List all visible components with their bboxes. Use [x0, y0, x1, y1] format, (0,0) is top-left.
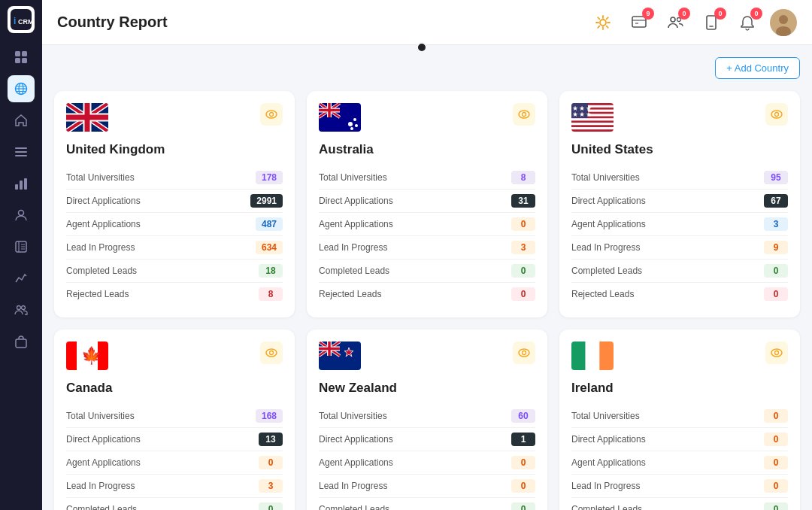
country-card-ca: 🍁 Canada Total Universities 168 Direct A…	[54, 329, 295, 510]
stat-label: Direct Applications	[66, 434, 141, 445]
stat-value: 67	[764, 194, 788, 208]
view-button[interactable]	[765, 342, 788, 364]
svg-text:CRM: CRM	[18, 18, 32, 26]
svg-line-32	[598, 17, 599, 19]
svg-point-89	[771, 111, 782, 118]
country-flag	[66, 103, 108, 135]
svg-text:★★★: ★★★	[572, 105, 592, 112]
countries-grid: United Kingdom Total Universities 178 Di…	[54, 91, 800, 510]
stat-row: Agent Applications 3	[571, 213, 788, 236]
stat-value: 0	[511, 456, 535, 469]
country-card-uk: United Kingdom Total Universities 178 Di…	[54, 91, 295, 317]
sun-button[interactable]	[589, 9, 617, 36]
svg-rect-26	[16, 339, 26, 348]
svg-line-33	[607, 26, 608, 27]
svg-rect-83	[571, 125, 614, 127]
country-card-ie: Ireland Total Universities 0 Direct Appl…	[559, 329, 800, 510]
page-header: Country Report	[42, 0, 812, 45]
logo[interactable]: i CRM	[8, 6, 35, 33]
svg-text:i: i	[14, 16, 16, 26]
stat-row: Lead In Progress 0	[319, 475, 535, 498]
stat-label: Direct Applications	[66, 196, 141, 206]
stat-label: Total Universities	[571, 172, 640, 183]
page-title: Country Report	[57, 14, 168, 31]
stat-row: Completed Leads 0	[571, 260, 788, 283]
stat-value: 0	[764, 433, 788, 446]
sidebar-item-globe[interactable]	[8, 75, 35, 102]
stat-label: Agent Applications	[571, 219, 646, 229]
svg-rect-12	[15, 147, 27, 149]
view-button[interactable]	[513, 103, 535, 126]
user-avatar[interactable]	[770, 9, 797, 36]
stat-value: 0	[259, 456, 283, 469]
stat-row: Completed Leads 0	[66, 498, 283, 510]
users-button[interactable]: 0	[662, 9, 689, 36]
stat-value: 2991	[250, 194, 283, 208]
sidebar-item-bag[interactable]	[8, 328, 35, 355]
svg-point-71	[519, 111, 529, 118]
stat-value: 0	[259, 502, 283, 510]
sidebar-item-person[interactable]	[8, 202, 35, 229]
header-actions: 9 0 0	[589, 9, 797, 36]
card-header: ★★★ ★★★	[571, 103, 788, 135]
stat-label: Agent Applications	[571, 457, 646, 468]
svg-rect-41	[707, 16, 716, 29]
stat-label: Lead In Progress	[66, 481, 135, 491]
content-area: + Add Country United Kingdom	[42, 45, 812, 510]
stat-label: Rejected Leads	[66, 289, 129, 299]
sidebar-item-book[interactable]	[8, 233, 35, 260]
sidebar-item-home[interactable]	[8, 107, 35, 134]
stat-label: Completed Leads	[66, 504, 137, 510]
stat-row: Lead In Progress 3	[319, 236, 535, 260]
sidebar-item-chart[interactable]	[8, 170, 35, 197]
sidebar-item-team[interactable]	[8, 296, 35, 323]
stat-value: 8	[511, 171, 535, 184]
svg-rect-14	[15, 155, 27, 156]
country-name: Canada	[66, 381, 283, 396]
stat-row: Direct Applications 13	[66, 428, 283, 451]
stat-row: Total Universities 60	[319, 405, 535, 428]
sidebar-item-grid[interactable]	[8, 138, 35, 165]
stat-row: Agent Applications 0	[319, 213, 535, 236]
sidebar-item-dashboard[interactable]	[8, 44, 35, 71]
view-button[interactable]	[765, 103, 788, 126]
users-badge: 0	[678, 8, 690, 20]
add-country-button[interactable]: + Add Country	[715, 57, 800, 79]
svg-point-39	[671, 17, 675, 22]
stat-row: Rejected Leads 0	[571, 283, 788, 305]
content-toolbar: + Add Country	[54, 57, 800, 79]
stat-value: 0	[764, 287, 788, 301]
svg-point-95	[266, 349, 277, 357]
stat-value: 8	[259, 287, 283, 301]
country-name: United Kingdom	[66, 142, 283, 157]
svg-rect-109	[571, 342, 586, 370]
svg-point-90	[775, 113, 779, 117]
sidebar: i CRM	[0, 0, 42, 510]
view-button[interactable]	[260, 103, 283, 126]
phone-button[interactable]: 0	[698, 9, 725, 36]
view-button[interactable]	[260, 342, 283, 364]
messages-button[interactable]: 9	[626, 9, 653, 36]
stat-row: Direct Applications 67	[571, 190, 788, 213]
stat-label: Completed Leads	[66, 266, 137, 276]
sidebar-item-analytics[interactable]	[8, 265, 35, 292]
stat-label: Direct Applications	[571, 196, 646, 206]
svg-rect-110	[586, 342, 600, 370]
country-name: Ireland	[571, 381, 788, 396]
stat-label: Direct Applications	[319, 434, 393, 445]
svg-rect-81	[571, 120, 614, 123]
stat-label: Direct Applications	[319, 196, 393, 206]
stat-value: 3	[764, 217, 788, 231]
bell-button[interactable]: 0	[734, 9, 761, 36]
view-button[interactable]	[513, 342, 535, 364]
svg-point-68	[353, 118, 356, 121]
stat-row: Agent Applications 0	[319, 451, 535, 475]
svg-rect-15	[15, 184, 18, 190]
stat-value: 0	[511, 264, 535, 278]
country-flag	[319, 342, 361, 373]
stat-row: Total Universities 168	[66, 405, 283, 428]
stat-row: Completed Leads 0	[571, 498, 788, 510]
svg-rect-80	[571, 118, 614, 120]
stat-value: 0	[764, 502, 788, 510]
svg-point-69	[355, 124, 358, 127]
